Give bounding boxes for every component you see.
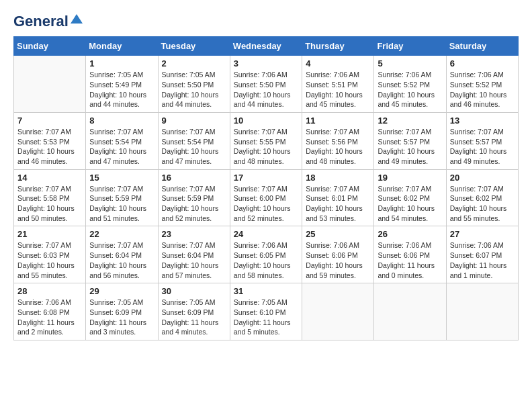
table-row: 31Sunrise: 7:05 AMSunset: 6:10 PMDayligh… — [230, 283, 302, 340]
cell-date: 28 — [17, 286, 82, 296]
cell-info: Sunrise: 7:07 AMSunset: 6:04 PMDaylight:… — [89, 240, 154, 280]
cell-date: 26 — [378, 229, 442, 239]
cell-info: Sunrise: 7:07 AMSunset: 5:59 PMDaylight:… — [89, 184, 154, 224]
cell-date: 17 — [234, 173, 298, 183]
cell-date: 31 — [234, 286, 298, 296]
cell-date: 6 — [450, 58, 515, 68]
table-row: 20Sunrise: 7:07 AMSunset: 6:02 PMDayligh… — [446, 169, 518, 226]
cell-date: 20 — [450, 173, 515, 183]
calendar-table: Sunday Monday Tuesday Wednesday Thursday… — [13, 36, 519, 340]
table-row: 6Sunrise: 7:06 AMSunset: 5:52 PMDaylight… — [446, 56, 518, 113]
header-saturday: Saturday — [446, 37, 518, 56]
table-row — [374, 283, 446, 340]
cell-info: Sunrise: 7:07 AMSunset: 5:56 PMDaylight:… — [306, 127, 370, 167]
table-row: 30Sunrise: 7:05 AMSunset: 6:09 PMDayligh… — [158, 283, 230, 340]
logo-general: General — [13, 13, 69, 30]
table-row: 11Sunrise: 7:07 AMSunset: 5:56 PMDayligh… — [302, 112, 374, 169]
table-row: 15Sunrise: 7:07 AMSunset: 5:59 PMDayligh… — [86, 169, 158, 226]
cell-info: Sunrise: 7:06 AMSunset: 6:08 PMDaylight:… — [17, 298, 82, 337]
table-row: 1Sunrise: 7:05 AMSunset: 5:49 PMDaylight… — [86, 56, 158, 113]
cell-date: 18 — [306, 173, 370, 183]
table-row: 27Sunrise: 7:06 AMSunset: 6:07 PMDayligh… — [446, 226, 518, 283]
cell-info: Sunrise: 7:05 AMSunset: 5:49 PMDaylight:… — [89, 70, 154, 109]
cell-date: 8 — [89, 116, 154, 126]
cell-info: Sunrise: 7:05 AMSunset: 6:09 PMDaylight:… — [89, 298, 154, 337]
header-sunday: Sunday — [14, 37, 86, 56]
cell-info: Sunrise: 7:06 AMSunset: 6:06 PMDaylight:… — [306, 240, 370, 280]
cell-info: Sunrise: 7:07 AMSunset: 6:00 PMDaylight:… — [234, 184, 298, 224]
header: General — [13, 13, 519, 30]
cell-date: 15 — [89, 173, 154, 183]
cell-info: Sunrise: 7:07 AMSunset: 6:02 PMDaylight:… — [378, 184, 442, 224]
calendar-week-row: 28Sunrise: 7:06 AMSunset: 6:08 PMDayligh… — [14, 283, 519, 340]
table-row: 16Sunrise: 7:07 AMSunset: 5:59 PMDayligh… — [158, 169, 230, 226]
cell-info: Sunrise: 7:07 AMSunset: 5:59 PMDaylight:… — [162, 184, 226, 224]
cell-info: Sunrise: 7:06 AMSunset: 5:52 PMDaylight:… — [450, 70, 515, 109]
cell-date: 10 — [234, 116, 298, 126]
table-row: 28Sunrise: 7:06 AMSunset: 6:08 PMDayligh… — [14, 283, 86, 340]
cell-info: Sunrise: 7:06 AMSunset: 5:51 PMDaylight:… — [306, 70, 370, 109]
cell-info: Sunrise: 7:05 AMSunset: 5:50 PMDaylight:… — [162, 70, 226, 109]
table-row: 19Sunrise: 7:07 AMSunset: 6:02 PMDayligh… — [374, 169, 446, 226]
header-friday: Friday — [374, 37, 446, 56]
cell-date: 25 — [306, 229, 370, 239]
table-row: 13Sunrise: 7:07 AMSunset: 5:57 PMDayligh… — [446, 112, 518, 169]
cell-date: 27 — [450, 229, 515, 239]
table-row: 25Sunrise: 7:06 AMSunset: 6:06 PMDayligh… — [302, 226, 374, 283]
cell-info: Sunrise: 7:05 AMSunset: 6:09 PMDaylight:… — [162, 298, 226, 337]
table-row: 22Sunrise: 7:07 AMSunset: 6:04 PMDayligh… — [86, 226, 158, 283]
header-monday: Monday — [86, 37, 158, 56]
cell-date: 7 — [17, 116, 82, 126]
header-wednesday: Wednesday — [230, 37, 302, 56]
cell-info: Sunrise: 7:05 AMSunset: 6:10 PMDaylight:… — [234, 298, 298, 337]
logo: General — [13, 13, 83, 30]
cell-date: 14 — [17, 173, 82, 183]
table-row: 2Sunrise: 7:05 AMSunset: 5:50 PMDaylight… — [158, 56, 230, 113]
table-row: 17Sunrise: 7:07 AMSunset: 6:00 PMDayligh… — [230, 169, 302, 226]
cell-info: Sunrise: 7:06 AMSunset: 5:52 PMDaylight:… — [378, 70, 442, 109]
table-row: 10Sunrise: 7:07 AMSunset: 5:55 PMDayligh… — [230, 112, 302, 169]
table-row: 18Sunrise: 7:07 AMSunset: 6:01 PMDayligh… — [302, 169, 374, 226]
table-row: 23Sunrise: 7:07 AMSunset: 6:04 PMDayligh… — [158, 226, 230, 283]
table-row: 12Sunrise: 7:07 AMSunset: 5:57 PMDayligh… — [374, 112, 446, 169]
table-row: 24Sunrise: 7:06 AMSunset: 6:05 PMDayligh… — [230, 226, 302, 283]
cell-info: Sunrise: 7:07 AMSunset: 5:55 PMDaylight:… — [234, 127, 298, 167]
cell-date: 5 — [378, 58, 442, 68]
cell-info: Sunrise: 7:06 AMSunset: 6:07 PMDaylight:… — [450, 240, 515, 280]
calendar-week-row: 7Sunrise: 7:07 AMSunset: 5:53 PMDaylight… — [14, 112, 519, 169]
cell-info: Sunrise: 7:07 AMSunset: 5:58 PMDaylight:… — [17, 184, 82, 224]
table-row: 8Sunrise: 7:07 AMSunset: 5:54 PMDaylight… — [86, 112, 158, 169]
cell-date: 11 — [306, 116, 370, 126]
header-tuesday: Tuesday — [158, 37, 230, 56]
cell-info: Sunrise: 7:06 AMSunset: 6:05 PMDaylight:… — [234, 240, 298, 280]
cell-info: Sunrise: 7:07 AMSunset: 5:53 PMDaylight:… — [17, 127, 82, 167]
table-row — [446, 283, 518, 340]
table-row — [14, 56, 86, 113]
calendar-header-row: Sunday Monday Tuesday Wednesday Thursday… — [14, 37, 519, 56]
cell-date: 1 — [89, 58, 154, 68]
header-thursday: Thursday — [302, 37, 374, 56]
svg-marker-0 — [71, 14, 83, 24]
cell-info: Sunrise: 7:06 AMSunset: 6:06 PMDaylight:… — [378, 240, 442, 280]
calendar-week-row: 21Sunrise: 7:07 AMSunset: 6:03 PMDayligh… — [14, 226, 519, 283]
table-row: 21Sunrise: 7:07 AMSunset: 6:03 PMDayligh… — [14, 226, 86, 283]
cell-info: Sunrise: 7:07 AMSunset: 6:02 PMDaylight:… — [450, 184, 515, 224]
cell-date: 3 — [234, 58, 298, 68]
cell-info: Sunrise: 7:07 AMSunset: 5:54 PMDaylight:… — [162, 127, 226, 167]
logo-icon — [71, 13, 83, 25]
cell-date: 30 — [162, 286, 226, 296]
cell-info: Sunrise: 7:06 AMSunset: 5:50 PMDaylight:… — [234, 70, 298, 109]
cell-info: Sunrise: 7:07 AMSunset: 6:03 PMDaylight:… — [17, 240, 82, 280]
cell-info: Sunrise: 7:07 AMSunset: 6:01 PMDaylight:… — [306, 184, 370, 224]
cell-date: 23 — [162, 229, 226, 239]
table-row: 9Sunrise: 7:07 AMSunset: 5:54 PMDaylight… — [158, 112, 230, 169]
table-row — [302, 283, 374, 340]
calendar-week-row: 14Sunrise: 7:07 AMSunset: 5:58 PMDayligh… — [14, 169, 519, 226]
calendar-week-row: 1Sunrise: 7:05 AMSunset: 5:49 PMDaylight… — [14, 56, 519, 113]
cell-date: 24 — [234, 229, 298, 239]
table-row: 14Sunrise: 7:07 AMSunset: 5:58 PMDayligh… — [14, 169, 86, 226]
cell-info: Sunrise: 7:07 AMSunset: 5:57 PMDaylight:… — [378, 127, 442, 167]
cell-date: 22 — [89, 229, 154, 239]
cell-date: 21 — [17, 229, 82, 239]
cell-info: Sunrise: 7:07 AMSunset: 6:04 PMDaylight:… — [162, 240, 226, 280]
